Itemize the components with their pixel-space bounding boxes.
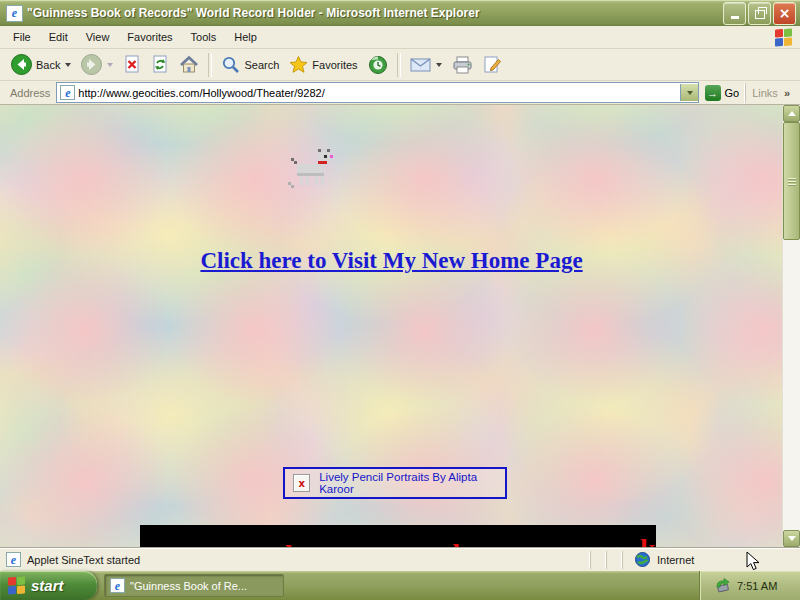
ie-window: e "Guinness Book of Records" World Recor… xyxy=(0,0,800,600)
scroll-down-button[interactable] xyxy=(783,530,800,547)
chevron-down-icon xyxy=(687,91,693,95)
refresh-button[interactable] xyxy=(146,53,174,76)
back-icon xyxy=(11,54,32,75)
search-button[interactable]: Search xyxy=(216,53,284,76)
history-button[interactable] xyxy=(363,53,393,77)
favorites-star-icon xyxy=(289,55,308,74)
dog-gif-image xyxy=(288,149,336,189)
close-icon: × xyxy=(779,6,791,20)
mail-icon xyxy=(410,57,431,73)
address-bar: Address e → Go Links » xyxy=(0,81,800,105)
new-home-page-link[interactable]: Click here to Visit My New Home Page xyxy=(200,248,582,273)
menu-edit[interactable]: Edit xyxy=(40,26,77,48)
scrollbar-grip-icon xyxy=(788,178,796,186)
toolbar-separator xyxy=(208,53,212,77)
browser-viewport: Click here to Visit My New Home Page x L… xyxy=(0,105,800,547)
status-panel-empty xyxy=(606,551,622,569)
search-icon xyxy=(221,55,240,74)
stop-button[interactable] xyxy=(118,53,146,76)
security-zone-label: Internet xyxy=(657,554,694,566)
restore-icon xyxy=(755,10,765,19)
mouse-cursor xyxy=(746,551,760,572)
marquee-letter-fragment: k xyxy=(640,535,656,547)
applet-caption: Lively Pencil Portraits By Alipta Karoor xyxy=(319,471,505,495)
toolbar-overflow-icon[interactable]: » xyxy=(784,87,790,99)
go-button[interactable]: → Go xyxy=(705,85,740,101)
refresh-icon xyxy=(151,55,169,74)
edit-button[interactable] xyxy=(478,53,507,76)
history-icon xyxy=(368,55,388,75)
page-favicon-icon: e xyxy=(60,85,75,100)
forward-icon xyxy=(81,54,102,75)
menu-file[interactable]: File xyxy=(4,26,40,48)
search-label: Search xyxy=(244,59,279,71)
marquee-letter-fragment: cl xyxy=(440,540,460,547)
scroll-up-button[interactable] xyxy=(783,105,800,122)
chevron-up-icon xyxy=(788,111,796,116)
task-label: "Guinness Book of Re... xyxy=(130,580,247,592)
pencil-portraits-applet[interactable]: x Lively Pencil Portraits By Alipta Karo… xyxy=(283,467,507,499)
address-input[interactable] xyxy=(78,85,679,100)
go-label: Go xyxy=(725,87,740,99)
forward-button[interactable] xyxy=(76,52,118,77)
stop-icon xyxy=(123,55,141,74)
ie-logo-icon: e xyxy=(6,5,23,22)
mail-dropdown-icon[interactable] xyxy=(436,63,442,67)
security-zone-panel: Internet xyxy=(622,551,800,569)
system-tray: 7:51 AM xyxy=(699,571,800,600)
start-button[interactable]: start xyxy=(0,571,97,600)
home-button[interactable] xyxy=(174,53,204,76)
window-title: "Guinness Book of Records" World Record … xyxy=(27,6,723,20)
back-label: Back xyxy=(36,59,60,71)
title-bar: e "Guinness Book of Records" World Recor… xyxy=(0,0,800,26)
status-panel-empty xyxy=(590,551,606,569)
toolbar-separator xyxy=(397,53,401,77)
forward-dropdown-icon xyxy=(107,63,113,67)
start-label: start xyxy=(31,577,64,594)
internet-globe-icon xyxy=(635,552,650,567)
taskbar-task-ie[interactable]: e "Guinness Book of Re... xyxy=(104,574,284,597)
status-bar: e Applet SineText started Internet xyxy=(0,547,800,571)
menu-view[interactable]: View xyxy=(77,26,119,48)
sinetext-applet-banner: l cl k xyxy=(140,525,656,547)
minimize-icon xyxy=(731,16,739,19)
links-label[interactable]: Links xyxy=(752,87,778,99)
menu-bar: File Edit View Favorites Tools Help xyxy=(0,26,800,49)
minimize-button[interactable] xyxy=(723,2,746,25)
restore-button[interactable] xyxy=(748,2,771,25)
windows-flag-icon xyxy=(775,28,792,46)
ie-task-icon: e xyxy=(110,578,125,593)
tray-update-icon[interactable] xyxy=(714,578,731,593)
menu-tools[interactable]: Tools xyxy=(182,26,226,48)
status-message-panel: e Applet SineText started xyxy=(0,552,590,567)
address-dropdown-button[interactable] xyxy=(680,84,698,101)
favorites-label: Favorites xyxy=(312,59,357,71)
print-button[interactable] xyxy=(447,54,478,76)
scrollbar-thumb[interactable] xyxy=(783,122,800,240)
back-dropdown-icon[interactable] xyxy=(65,63,71,67)
mail-button[interactable] xyxy=(405,55,447,75)
vertical-scrollbar[interactable] xyxy=(782,105,800,547)
home-icon xyxy=(179,55,199,74)
address-label: Address xyxy=(10,87,50,99)
close-button[interactable]: × xyxy=(773,2,796,25)
go-arrow-icon: → xyxy=(705,85,721,101)
ie-page-icon: e xyxy=(6,552,21,567)
standard-buttons-toolbar: Back Search Favorites xyxy=(0,49,800,81)
home-page-link-row: Click here to Visit My New Home Page xyxy=(0,248,783,274)
favorites-button[interactable]: Favorites xyxy=(284,53,362,76)
address-field: e xyxy=(56,82,698,103)
chevron-down-icon xyxy=(788,536,796,541)
back-button[interactable]: Back xyxy=(6,52,76,77)
menu-help[interactable]: Help xyxy=(225,26,266,48)
broken-image-icon: x xyxy=(293,474,310,492)
print-icon xyxy=(452,56,473,74)
menu-favorites[interactable]: Favorites xyxy=(118,26,181,48)
status-message: Applet SineText started xyxy=(27,554,140,566)
edit-icon xyxy=(483,55,502,74)
taskbar: start e "Guinness Book of Re... 7:51 AM xyxy=(0,571,800,600)
links-toolbar: Links » xyxy=(745,83,796,103)
start-flag-icon xyxy=(8,576,25,594)
clock[interactable]: 7:51 AM xyxy=(737,580,777,592)
